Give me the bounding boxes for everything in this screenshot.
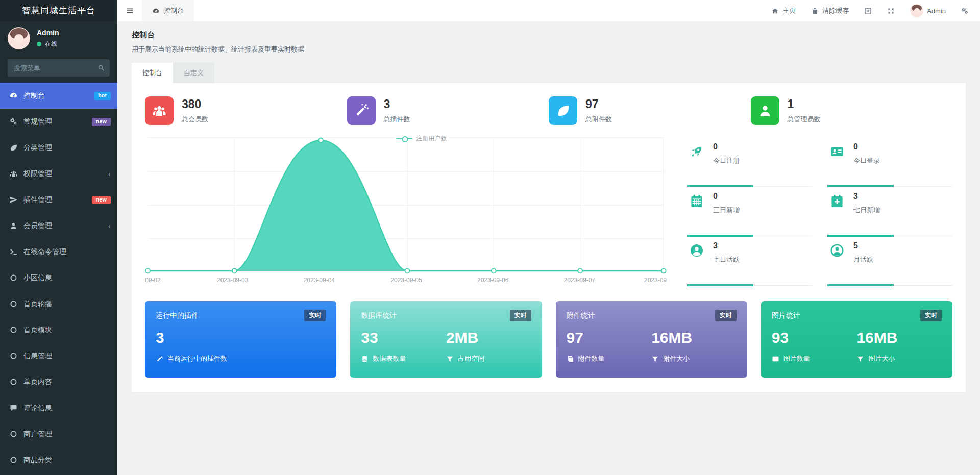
magic-wand-icon bbox=[347, 96, 376, 125]
sidebar-item-single-page-content[interactable]: 单页内容 bbox=[0, 369, 117, 395]
sidebar-nav: 控制台 hot 常规管理 new 分类管理 权限管理 ‹ 插件管理 new 会员… bbox=[0, 83, 117, 473]
tile-today-logins: 0 今日登录 bbox=[827, 137, 952, 187]
sidebar-item-product-category[interactable]: 商品分类 bbox=[0, 447, 117, 473]
calendar-plus-icon bbox=[829, 192, 846, 215]
leaf-icon bbox=[549, 96, 577, 125]
user-menu[interactable]: Admin bbox=[910, 4, 946, 17]
legend-label: 注册用户数 bbox=[416, 134, 447, 143]
copy-icon bbox=[567, 355, 574, 363]
new-badge: new bbox=[92, 118, 111, 126]
sidebar-item-member-management[interactable]: 会员管理 ‹ bbox=[0, 213, 117, 239]
realtime-badge: 实时 bbox=[920, 310, 942, 321]
card-value-label: 占用空间 bbox=[458, 354, 484, 363]
trash-icon bbox=[811, 7, 819, 15]
card-value-label: 图片大小 bbox=[868, 354, 895, 363]
tile-value: 0 bbox=[853, 142, 880, 152]
sidebar-item-category-management[interactable]: 分类管理 bbox=[0, 135, 117, 161]
funnel-icon bbox=[651, 355, 659, 363]
sidebar-item-comment-info[interactable]: 评论信息 bbox=[0, 395, 117, 421]
tile-label: 月活跃 bbox=[853, 255, 873, 264]
sidebar-item-label: 常规管理 bbox=[23, 117, 52, 127]
user-panel: Admin 在线 bbox=[0, 21, 117, 55]
home-link[interactable]: 主页 bbox=[771, 6, 796, 15]
funnel-icon bbox=[446, 355, 454, 363]
circle-icon bbox=[9, 299, 18, 308]
stat-label: 总会员数 bbox=[182, 115, 208, 124]
stat-value: 1 bbox=[788, 97, 821, 111]
sidebar-item-label: 控制台 bbox=[23, 91, 45, 101]
stat-total-plugins: 3 总插件数 bbox=[347, 96, 549, 125]
sidebar-item-online-command[interactable]: 在线命令管理 bbox=[0, 239, 117, 265]
avatar[interactable] bbox=[8, 27, 30, 49]
stat-total-admins: 1 总管理员数 bbox=[751, 96, 953, 125]
settings-gears-icon bbox=[961, 7, 969, 15]
user-circle-icon bbox=[689, 241, 705, 264]
sidebar-item-label: 商户管理 bbox=[23, 430, 52, 439]
avatar bbox=[910, 4, 923, 17]
tile-value: 5 bbox=[853, 241, 873, 251]
stat-total-members: 380 总会员数 bbox=[145, 96, 347, 125]
rocket-icon bbox=[689, 142, 705, 165]
card-value: 3 bbox=[156, 329, 326, 346]
fullscreen-button[interactable] bbox=[887, 7, 895, 15]
card-title: 运行中的插件 bbox=[156, 311, 199, 320]
sidebar-item-home-modules[interactable]: 首页模块 bbox=[0, 317, 117, 343]
tab-dashboard[interactable]: 控制台 bbox=[142, 0, 194, 21]
card-running-plugins: 运行中的插件 实时 3 当前运行中的插件数 bbox=[145, 301, 336, 378]
tile-seven-day-new: 3 七日新增 bbox=[827, 187, 952, 236]
content-tabs: 控制台 自定义 bbox=[132, 63, 966, 83]
sidebar-item-permission-management[interactable]: 权限管理 ‹ bbox=[0, 161, 117, 187]
circle-icon bbox=[9, 378, 18, 386]
search-icon[interactable] bbox=[97, 64, 105, 72]
clear-cache-button[interactable]: 清除缓存 bbox=[811, 6, 849, 15]
gears-icon bbox=[9, 117, 18, 126]
users-icon bbox=[9, 169, 18, 178]
settings-button[interactable] bbox=[961, 7, 969, 15]
x-tick: 2023-09 bbox=[644, 277, 667, 284]
sidebar-item-plugin-management[interactable]: 插件管理 new bbox=[0, 187, 117, 213]
page-subtitle: 用于展示当前系统中的统计数据、统计报表及重要实时数据 bbox=[132, 45, 966, 54]
tile-label: 七日活跃 bbox=[713, 255, 740, 264]
tile-label: 今日注册 bbox=[713, 156, 740, 165]
chart-x-axis: 09-02 2023-09-03 2023-09-04 2023-09-05 2… bbox=[145, 277, 667, 286]
tab-console[interactable]: 控制台 bbox=[132, 63, 173, 83]
card-image-stats: 图片统计 实时 93 图片数量 16MB bbox=[761, 301, 952, 378]
paper-plane-icon bbox=[9, 195, 18, 204]
sidebar-item-label: 商品分类 bbox=[23, 456, 52, 465]
sidebar-item-info-management[interactable]: 信息管理 bbox=[0, 343, 117, 369]
user-circle-outline-icon bbox=[829, 241, 846, 264]
page-header: 控制台 用于展示当前系统中的统计数据、统计报表及重要实时数据 bbox=[132, 21, 966, 54]
sidebar-item-merchant-management[interactable]: 商户管理 bbox=[0, 421, 117, 447]
card-value: 16MB bbox=[856, 329, 942, 346]
chart-legend[interactable]: 注册用户数 bbox=[394, 134, 449, 143]
username-label: Admin bbox=[927, 7, 946, 15]
sidebar-item-label: 首页模块 bbox=[23, 326, 52, 335]
card-value-label: 数据表数量 bbox=[373, 354, 406, 363]
sidebar-item-home-carousel[interactable]: 首页轮播 bbox=[0, 291, 117, 317]
fullscreen-icon bbox=[887, 7, 895, 15]
sidebar-item-label: 权限管理 bbox=[23, 169, 52, 179]
sidebar-item-label: 信息管理 bbox=[23, 352, 52, 361]
stat-value: 97 bbox=[585, 97, 612, 111]
sidebar-item-dashboard[interactable]: 控制台 hot bbox=[0, 83, 117, 109]
card-value: 2MB bbox=[446, 329, 531, 346]
realtime-badge: 实时 bbox=[715, 310, 737, 321]
language-button[interactable] bbox=[864, 7, 872, 15]
sidebar-item-general-management[interactable]: 常规管理 new bbox=[0, 109, 117, 135]
tile-value: 3 bbox=[713, 241, 740, 251]
home-label: 主页 bbox=[782, 6, 796, 15]
tile-value: 0 bbox=[713, 192, 740, 201]
admin-user-icon bbox=[751, 96, 779, 125]
search-input[interactable] bbox=[8, 59, 110, 77]
clear-cache-label: 清除缓存 bbox=[822, 6, 849, 15]
x-tick: 2023-09-03 bbox=[217, 277, 248, 284]
top-navbar: 控制台 主页 清除缓存 Admin bbox=[117, 0, 980, 21]
tab-custom[interactable]: 自定义 bbox=[173, 63, 214, 83]
card-title: 图片统计 bbox=[772, 311, 800, 320]
sidebar-item-label: 会员管理 bbox=[23, 221, 52, 231]
sidebar-item-community-info[interactable]: 小区信息 bbox=[0, 265, 117, 291]
terminal-icon bbox=[9, 247, 18, 256]
hamburger-menu-icon[interactable] bbox=[117, 0, 142, 21]
card-value-label: 附件数量 bbox=[578, 354, 605, 363]
leaf-icon bbox=[9, 143, 18, 152]
